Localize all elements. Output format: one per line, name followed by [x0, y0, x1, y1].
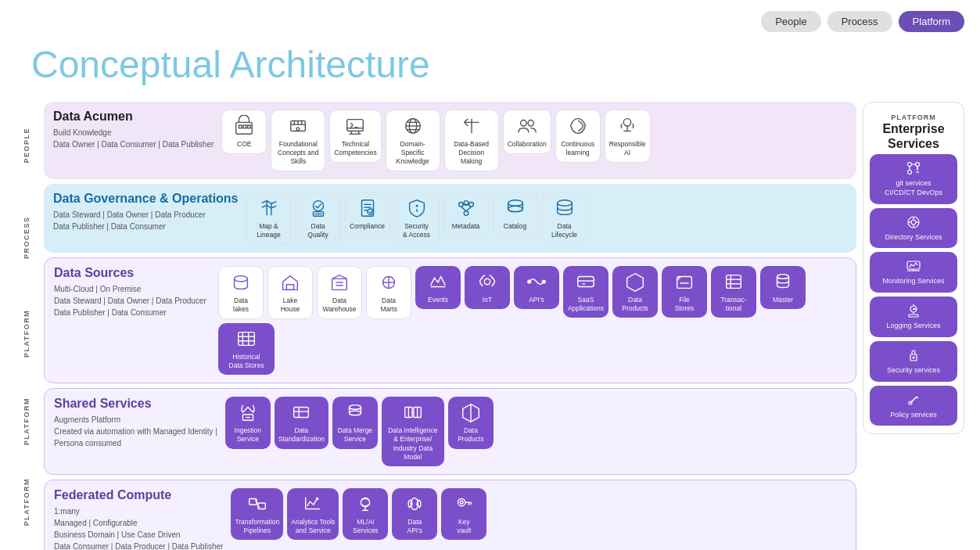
tile-filestores: FileStores — [662, 266, 707, 318]
rp-security-label: Security services — [887, 366, 940, 376]
tile-lifecycle-label: DataLifecycle — [551, 222, 577, 239]
tile-saas: SaaSApplications — [563, 266, 608, 318]
svg-point-48 — [508, 206, 522, 211]
svg-point-23 — [520, 120, 526, 126]
tile-mlai: ML/AIServices — [343, 488, 388, 540]
tile-events: Events — [415, 266, 461, 309]
tile-historical-label: HistoricalData Stores — [229, 353, 264, 370]
federated-title: Federated Compute — [54, 488, 223, 502]
rp-git-service[interactable]: git servicesCI/CD/CT DevOps — [870, 154, 957, 203]
svg-rect-10 — [347, 120, 364, 131]
nav-people-button[interactable]: People — [761, 11, 820, 32]
page-title: Conceptual Architecture — [31, 43, 430, 86]
tile-dataquality-label: DataQuality — [307, 222, 328, 239]
side-labels: PEOPLE PROCESS PLATFORM PLATFORM PLATFOR… — [16, 102, 38, 542]
svg-line-46 — [466, 207, 472, 211]
security-icon — [906, 347, 921, 363]
tile-catalog-label: Catalog — [504, 222, 526, 231]
tile-transformation-label: TransformationPipelines — [235, 518, 279, 535]
main-container: PEOPLE PROCESS PLATFORM PLATFORM PLATFOR… — [16, 102, 964, 542]
tile-lakehouse: LakeHouse — [267, 266, 313, 319]
tile-iot: IoT — [465, 266, 510, 309]
svg-point-42 — [464, 211, 468, 216]
tile-dataquality: DataQuality — [296, 192, 341, 245]
tile-compliance-label: Compliance — [350, 222, 385, 231]
rp-monitoring-service[interactable]: Monitoring Services — [870, 252, 957, 293]
federated-subtitle: 1:manyManaged | ConfigurableBusiness Dom… — [54, 505, 223, 550]
svg-point-111 — [911, 220, 916, 225]
svg-rect-51 — [286, 285, 293, 290]
rp-policy-service[interactable]: Policy services — [870, 386, 957, 426]
logging-icon — [906, 303, 921, 318]
tile-ai: ResponsibleAI — [605, 110, 651, 163]
svg-point-26 — [313, 201, 323, 211]
tile-coe-label: COE — [237, 140, 251, 149]
tile-analytics-label: Analytics Toolsand Service — [291, 518, 335, 535]
rp-security-service[interactable]: Security services — [870, 341, 957, 382]
monitoring-icon — [906, 258, 921, 274]
datasources-subtitle: Multi-Cloud | On PremiseData Steward | D… — [54, 283, 210, 318]
nav-process-button[interactable]: Process — [827, 11, 892, 32]
row-people: Data Acumen Build KnowledgeData Owner | … — [44, 102, 856, 179]
tile-datamarts: DataMarts — [366, 266, 411, 319]
tile-dataproducts1: DataProducts — [612, 266, 658, 318]
tile-apis: API's — [514, 266, 559, 309]
tile-historical: HistoricalData Stores — [218, 323, 275, 375]
tile-technical-label: TechnicalCompetencies — [334, 140, 376, 157]
svg-point-61 — [542, 280, 545, 283]
shared-subtitle: Augments PlatformCreated via automation … — [54, 414, 217, 449]
rp-logging-service[interactable]: Logging Services — [870, 297, 957, 337]
shared-title: Shared Services — [54, 397, 217, 411]
tile-datalakes: Datalakes — [218, 266, 264, 319]
directory-icon — [906, 214, 921, 230]
svg-point-47 — [508, 200, 522, 206]
svg-rect-116 — [907, 261, 920, 269]
svg-line-93 — [257, 501, 258, 506]
svg-point-105 — [461, 501, 464, 504]
tile-metadata: Metadata — [443, 192, 489, 236]
svg-point-9 — [296, 128, 300, 131]
row-datasources-info: Data Sources Multi-Cloud | On PremiseDat… — [54, 266, 210, 318]
svg-rect-62 — [578, 277, 594, 287]
rp-directory-label: Directory Services — [885, 233, 942, 243]
tile-collab-label: Collaboration — [508, 140, 547, 149]
svg-rect-67 — [727, 275, 741, 289]
svg-point-122 — [913, 356, 915, 358]
right-panel-container: PLATFORM EnterpriseServices git services… — [863, 102, 964, 434]
row-datasources: Data Sources Multi-Cloud | On PremiseDat… — [44, 257, 856, 383]
tile-filestores-label: FileStores — [675, 296, 695, 313]
tile-saas-label: SaaSApplications — [568, 296, 604, 313]
svg-rect-1 — [239, 125, 242, 128]
tile-databased: Data-BasedDecision Making — [444, 110, 499, 171]
svg-rect-91 — [249, 498, 257, 504]
row-process: Data Governance & Operations Data Stewar… — [44, 184, 856, 253]
svg-point-24 — [528, 120, 533, 126]
svg-line-28 — [318, 204, 321, 209]
tile-dataproducts2-label: DataProducts — [458, 426, 484, 444]
tile-ingestion-label: IngestionService — [235, 426, 262, 444]
datasources-title: Data Sources — [54, 266, 210, 280]
people-tiles: COE FoundationalConcepts and Skills — [221, 110, 847, 171]
tile-ai-label: ResponsibleAI — [609, 140, 646, 157]
svg-rect-2 — [243, 125, 246, 128]
tile-dataproducts1-label: DataProducts — [622, 296, 648, 313]
svg-point-60 — [528, 280, 531, 283]
tile-transformation: TransformationPipelines — [231, 488, 283, 540]
shared-tiles: IngestionService DataStandardization — [225, 397, 846, 466]
tile-lifecycle: DataLifecycle — [542, 192, 587, 245]
git-icon — [906, 160, 921, 176]
tile-coe: COE — [221, 110, 267, 154]
row-federated-info: Federated Compute 1:manyManaged | Config… — [54, 488, 223, 550]
rp-directory-service[interactable]: Directory Services — [870, 208, 957, 249]
svg-rect-120 — [909, 315, 918, 317]
nav-platform-button[interactable]: Platform — [899, 11, 964, 32]
tile-foundational-label: FoundationalConcepts and Skills — [275, 140, 321, 166]
top-nav: People Process Platform — [761, 11, 964, 32]
rp-title: EnterpriseServices — [870, 121, 957, 151]
tile-master: Master — [760, 266, 806, 309]
tile-security: Security& Access — [394, 192, 440, 245]
rp-header: PLATFORM — [870, 110, 957, 121]
rp-git-label: git servicesCI/CD/CT DevOps — [885, 179, 942, 197]
tile-technical: TechnicalCompetencies — [329, 110, 381, 163]
svg-rect-72 — [239, 333, 255, 346]
